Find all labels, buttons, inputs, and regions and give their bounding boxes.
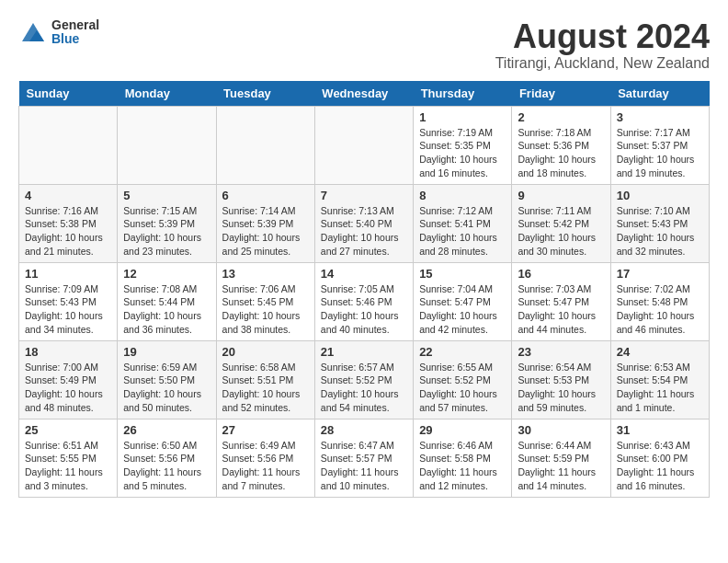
calendar-cell: 6Sunrise: 7:14 AM Sunset: 5:39 PM Daylig… [216, 184, 314, 262]
day-info: Sunrise: 7:09 AM Sunset: 5:43 PM Dayligh… [25, 282, 111, 337]
calendar-table: SundayMondayTuesdayWednesdayThursdayFrid… [18, 81, 710, 498]
calendar-cell: 5Sunrise: 7:15 AM Sunset: 5:39 PM Daylig… [118, 184, 216, 262]
calendar-cell: 23Sunrise: 6:54 AM Sunset: 5:53 PM Dayli… [512, 340, 610, 419]
day-info: Sunrise: 6:47 AM Sunset: 5:57 PM Dayligh… [321, 439, 407, 493]
calendar-cell: 1Sunrise: 7:19 AM Sunset: 5:35 PM Daylig… [414, 106, 512, 184]
day-number: 20 [222, 345, 309, 359]
header-saturday: Saturday [610, 81, 709, 107]
day-number: 3 [617, 110, 703, 124]
day-number: 26 [123, 423, 210, 437]
calendar-week-1: 1Sunrise: 7:19 AM Sunset: 5:35 PM Daylig… [19, 106, 710, 184]
day-info: Sunrise: 6:59 AM Sunset: 5:50 PM Dayligh… [123, 361, 210, 415]
calendar-cell: 22Sunrise: 6:55 AM Sunset: 5:52 PM Dayli… [414, 340, 512, 419]
day-info: Sunrise: 7:08 AM Sunset: 5:44 PM Dayligh… [123, 282, 210, 337]
calendar-cell: 3Sunrise: 7:17 AM Sunset: 5:37 PM Daylig… [610, 106, 709, 184]
calendar-cell [19, 106, 118, 184]
day-number: 7 [321, 189, 407, 202]
day-number: 29 [419, 423, 506, 437]
day-info: Sunrise: 7:03 AM Sunset: 5:47 PM Dayligh… [518, 282, 604, 337]
day-number: 5 [123, 189, 210, 202]
day-number: 18 [25, 345, 111, 359]
day-info: Sunrise: 7:15 AM Sunset: 5:39 PM Dayligh… [123, 204, 210, 259]
calendar-cell: 4Sunrise: 7:16 AM Sunset: 5:38 PM Daylig… [19, 184, 118, 262]
day-number: 13 [222, 267, 309, 281]
day-info: Sunrise: 7:18 AM Sunset: 5:36 PM Dayligh… [518, 126, 604, 180]
day-number: 1 [419, 110, 506, 124]
day-info: Sunrise: 6:55 AM Sunset: 5:52 PM Dayligh… [419, 361, 506, 415]
day-number: 23 [518, 345, 604, 359]
day-number: 28 [321, 423, 407, 437]
calendar-cell: 28Sunrise: 6:47 AM Sunset: 5:57 PM Dayli… [314, 419, 413, 497]
page-header: General Blue August 2024 Titirangi, Auck… [18, 18, 710, 72]
day-number: 14 [321, 267, 407, 281]
day-info: Sunrise: 6:51 AM Sunset: 5:55 PM Dayligh… [25, 439, 111, 493]
day-info: Sunrise: 6:50 AM Sunset: 5:56 PM Dayligh… [123, 439, 210, 493]
day-number: 12 [123, 267, 210, 281]
day-info: Sunrise: 6:57 AM Sunset: 5:52 PM Dayligh… [321, 361, 407, 415]
day-number: 2 [518, 110, 604, 124]
logo-icon [18, 19, 48, 45]
calendar-cell: 30Sunrise: 6:44 AM Sunset: 5:59 PM Dayli… [512, 419, 610, 497]
calendar-week-3: 11Sunrise: 7:09 AM Sunset: 5:43 PM Dayli… [19, 262, 710, 340]
day-info: Sunrise: 6:44 AM Sunset: 5:59 PM Dayligh… [518, 439, 604, 493]
day-info: Sunrise: 7:05 AM Sunset: 5:46 PM Dayligh… [321, 282, 407, 337]
calendar-cell: 19Sunrise: 6:59 AM Sunset: 5:50 PM Dayli… [118, 340, 216, 419]
month-title: August 2024 [495, 18, 710, 55]
calendar-cell: 9Sunrise: 7:11 AM Sunset: 5:42 PM Daylig… [512, 184, 610, 262]
calendar-cell: 17Sunrise: 7:02 AM Sunset: 5:48 PM Dayli… [610, 262, 709, 340]
day-number: 4 [25, 189, 111, 202]
calendar-cell: 26Sunrise: 6:50 AM Sunset: 5:56 PM Dayli… [118, 419, 216, 497]
header-monday: Monday [118, 81, 216, 107]
calendar-cell [118, 106, 216, 184]
day-info: Sunrise: 6:49 AM Sunset: 5:56 PM Dayligh… [222, 439, 309, 493]
calendar-week-5: 25Sunrise: 6:51 AM Sunset: 5:55 PM Dayli… [19, 419, 710, 497]
logo: General Blue [18, 18, 99, 47]
header-wednesday: Wednesday [314, 81, 413, 107]
header-friday: Friday [512, 81, 610, 107]
calendar-cell: 24Sunrise: 6:53 AM Sunset: 5:54 PM Dayli… [610, 340, 709, 419]
day-info: Sunrise: 6:43 AM Sunset: 6:00 PM Dayligh… [617, 439, 703, 493]
day-info: Sunrise: 7:00 AM Sunset: 5:49 PM Dayligh… [25, 361, 111, 415]
day-number: 10 [617, 189, 703, 202]
day-info: Sunrise: 7:11 AM Sunset: 5:42 PM Dayligh… [518, 204, 604, 259]
day-info: Sunrise: 7:04 AM Sunset: 5:47 PM Dayligh… [419, 282, 506, 337]
day-number: 11 [25, 267, 111, 281]
day-number: 27 [222, 423, 309, 437]
day-number: 17 [617, 267, 703, 281]
day-info: Sunrise: 7:14 AM Sunset: 5:39 PM Dayligh… [222, 204, 309, 259]
header-tuesday: Tuesday [216, 81, 314, 107]
title-section: August 2024 Titirangi, Auckland, New Zea… [495, 18, 710, 72]
calendar-cell: 21Sunrise: 6:57 AM Sunset: 5:52 PM Dayli… [314, 340, 413, 419]
calendar-week-4: 18Sunrise: 7:00 AM Sunset: 5:49 PM Dayli… [19, 340, 710, 419]
day-number: 16 [518, 267, 604, 281]
calendar-cell: 15Sunrise: 7:04 AM Sunset: 5:47 PM Dayli… [414, 262, 512, 340]
calendar-cell: 14Sunrise: 7:05 AM Sunset: 5:46 PM Dayli… [314, 262, 413, 340]
day-info: Sunrise: 7:13 AM Sunset: 5:40 PM Dayligh… [321, 204, 407, 259]
calendar-cell: 20Sunrise: 6:58 AM Sunset: 5:51 PM Dayli… [216, 340, 314, 419]
day-number: 19 [123, 345, 210, 359]
location-title: Titirangi, Auckland, New Zealand [495, 55, 710, 72]
calendar-cell: 18Sunrise: 7:00 AM Sunset: 5:49 PM Dayli… [19, 340, 118, 419]
day-number: 25 [25, 423, 111, 437]
day-info: Sunrise: 6:53 AM Sunset: 5:54 PM Dayligh… [617, 361, 703, 415]
calendar-cell: 2Sunrise: 7:18 AM Sunset: 5:36 PM Daylig… [512, 106, 610, 184]
calendar-cell: 31Sunrise: 6:43 AM Sunset: 6:00 PM Dayli… [610, 419, 709, 497]
day-number: 9 [518, 189, 604, 202]
day-number: 24 [617, 345, 703, 359]
day-info: Sunrise: 7:02 AM Sunset: 5:48 PM Dayligh… [617, 282, 703, 337]
day-info: Sunrise: 7:16 AM Sunset: 5:38 PM Dayligh… [25, 204, 111, 259]
day-info: Sunrise: 6:46 AM Sunset: 5:58 PM Dayligh… [419, 439, 506, 493]
day-number: 6 [222, 189, 309, 202]
day-number: 22 [419, 345, 506, 359]
day-number: 21 [321, 345, 407, 359]
day-info: Sunrise: 7:19 AM Sunset: 5:35 PM Dayligh… [419, 126, 506, 180]
logo-general-text: General [51, 18, 99, 32]
calendar-cell: 16Sunrise: 7:03 AM Sunset: 5:47 PM Dayli… [512, 262, 610, 340]
calendar-cell [216, 106, 314, 184]
header-sunday: Sunday [19, 81, 118, 107]
logo-blue-text: Blue [51, 32, 99, 46]
header-thursday: Thursday [414, 81, 512, 107]
day-info: Sunrise: 7:06 AM Sunset: 5:45 PM Dayligh… [222, 282, 309, 337]
calendar-cell: 10Sunrise: 7:10 AM Sunset: 5:43 PM Dayli… [610, 184, 709, 262]
day-number: 15 [419, 267, 506, 281]
